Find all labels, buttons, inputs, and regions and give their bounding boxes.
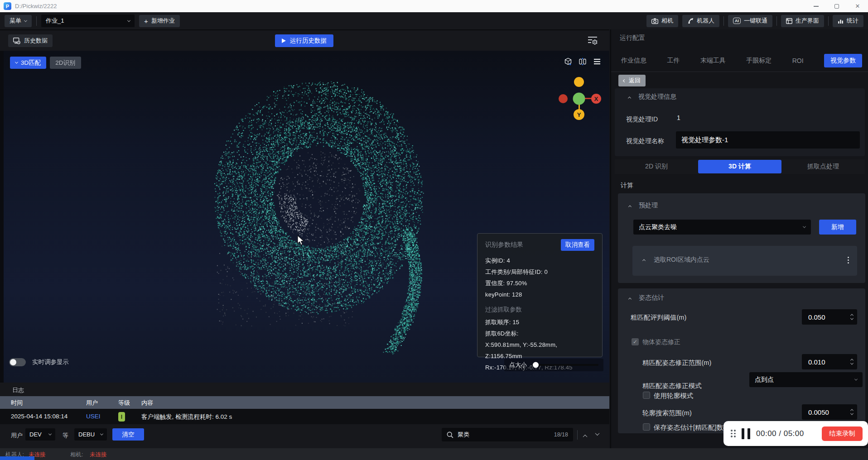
point-size-slider[interactable] [532,364,598,366]
config-tabs: 作业信息 工件 末端工具 手眼标定 ROI 视觉参数 [621,54,862,67]
ai-connect-button[interactable]: AI 一键联通 [728,15,772,27]
gizmo-center-handle[interactable] [573,93,585,105]
chevron-down-icon [15,61,18,64]
add-preprocess-button[interactable]: 新增 [819,220,856,235]
collapse-caret-icon[interactable] [642,259,646,262]
add-job-button[interactable]: + 新增作业 [139,15,180,27]
gizmo-y-handle[interactable]: Y [574,109,584,120]
history-data-button[interactable]: 历史数据 [8,34,53,47]
camera-button[interactable]: 相机 [646,15,678,27]
camera-label: 相机 [661,17,673,25]
tab-3d-compute[interactable]: 3D 计算 [698,160,781,173]
divider [828,16,829,26]
save-pose-data-checkbox[interactable] [643,423,650,431]
preprocess-dropdown[interactable]: 点云聚类去噪 [633,220,811,235]
display-settings-button[interactable] [587,35,598,46]
log-col-user: 用户 [86,399,98,407]
user-filter-label: 用户 [11,431,25,440]
pose-correction-checkbox[interactable]: ✓ [632,338,639,345]
fine-range-spinner[interactable]: 0.010 [802,354,857,369]
stats-button[interactable]: 统计 [833,15,863,27]
stats-chart-icon [838,18,844,24]
tab-workpiece[interactable]: 工件 [667,57,680,65]
fine-mode-dropdown[interactable]: 点到点 [749,372,863,387]
contour-range-spinner[interactable]: 0.0050 [802,404,857,420]
tab-roi[interactable]: ROI [792,57,804,64]
cancel-view-button[interactable]: 取消查看 [561,239,594,251]
job-select[interactable]: 作业_1 [41,14,135,27]
tab-hand-eye-calib[interactable]: 手眼标定 [746,57,772,65]
collapse-caret-icon[interactable] [628,205,632,208]
gizmo-top-handle[interactable] [574,77,584,87]
spin-down-icon[interactable] [850,317,854,320]
vision-name-input[interactable] [676,131,860,149]
clear-log-button[interactable]: 清空 [112,428,144,441]
view-menu-button[interactable] [591,55,603,67]
tab-end-tool[interactable]: 末端工具 [700,57,726,65]
log-panel: 日志 时间 用户 等级 内容 2025-04-14 15:08:14 USEI … [0,383,609,448]
user-filter-select[interactable]: DEV [25,428,55,441]
coarse-threshold-label: 粗匹配评判阈值(m) [631,313,686,322]
fine-range-value: 0.010 [808,358,825,366]
hamburger-menu-icon [593,58,601,65]
back-button[interactable]: 返回 [618,75,646,86]
realtime-tuning-toggle[interactable] [9,358,26,366]
log-table-row[interactable]: 2025-04-14 15:08:14 USEI I 客户端触发, 检测流程耗时… [0,409,609,424]
chevron-down-icon [24,19,27,22]
maximize-button[interactable] [826,0,847,12]
close-button[interactable]: ✕ [847,0,868,12]
tab-2d-recognition[interactable]: 2D 识别 [615,163,698,171]
log-cell-user: USEI [86,413,101,420]
viewport-3d[interactable]: 3D匹配 2D识别 X Y [0,51,609,383]
vision-id-value: 1 [677,114,680,121]
gizmo-x-handle[interactable]: X [591,94,601,104]
pause-button[interactable] [742,428,750,439]
tab-job-info[interactable]: 作业信息 [621,57,646,65]
menu-button-label: 菜单 [10,17,21,25]
menu-bar: 菜单 作业_1 + 新增作业 相机 机器人 AI 一键联通 [0,12,868,29]
pose-estimation-card: 姿态估计 粗匹配评判阈值(m) 0.050 ✓ 物体姿态修正 精匹配姿态修正范围… [618,288,865,433]
preprocess-card: 预处理 点云聚类去噪 新增 选取ROI区域内点云 [618,193,865,283]
menu-button[interactable]: 菜单 [5,15,32,27]
tab-grasp-point[interactable]: 抓取点处理 [781,163,865,171]
split-view-button[interactable] [576,55,588,67]
mode-tabs: 2D 识别 3D 计算 抓取点处理 [615,159,865,174]
app-window: P D:/Pickwiz/2222 ✕ 菜单 作业_1 + 新增作业 相机 [0,0,868,460]
prev-match-button[interactable] [583,435,588,439]
view-cube-icon [564,58,572,66]
contour-mode-checkbox[interactable] [643,392,650,399]
view-cube-button[interactable] [562,55,574,67]
coarse-threshold-spinner[interactable]: 0.050 [802,309,857,325]
tab-2d-recog[interactable]: 2D识别 [50,57,81,69]
next-match-button[interactable] [595,431,600,436]
preprocess-title: 预处理 [639,201,658,210]
log-search-box: 18/18 [442,428,573,441]
log-search-input[interactable] [458,431,550,438]
divider [36,16,37,26]
drag-handle[interactable] [731,430,736,437]
minimize-button[interactable] [805,0,826,12]
collapse-caret-icon[interactable] [628,96,631,100]
result-row: 抓取顺序: 15 [485,316,594,328]
filter-grasp-section-title: 过滤抓取参数 [485,306,594,314]
kebab-menu-button[interactable] [848,257,849,264]
search-match-count: 18/18 [554,431,568,438]
tab-3d-match[interactable]: 3D匹配 [10,57,46,69]
robot-button[interactable]: 机器人 [682,15,719,27]
point-size-control: 点大小 [504,359,603,371]
tab-vision-params[interactable]: 视觉参数 [824,54,862,67]
slider-knob[interactable] [533,362,539,368]
run-config-panel: 运行配置 作业信息 工件 末端工具 手眼标定 ROI 视觉参数 返回 视觉处理信… [610,29,868,448]
collapse-caret-icon[interactable] [628,297,632,301]
gizmo-left-handle[interactable] [559,94,568,103]
job-select-value: 作业_1 [46,17,64,25]
production-button[interactable]: 生产界面 [781,15,824,27]
spin-down-icon[interactable] [850,362,854,365]
mouse-cursor-icon [297,235,305,246]
run-history-button[interactable]: 运行历史数据 [275,34,333,47]
chevron-down-icon [854,378,858,381]
spin-down-icon[interactable] [850,412,854,415]
stop-recording-button[interactable]: 结束录制 [822,426,863,441]
level-filter-select[interactable]: DEBU [74,428,107,441]
robot-icon [687,18,694,24]
